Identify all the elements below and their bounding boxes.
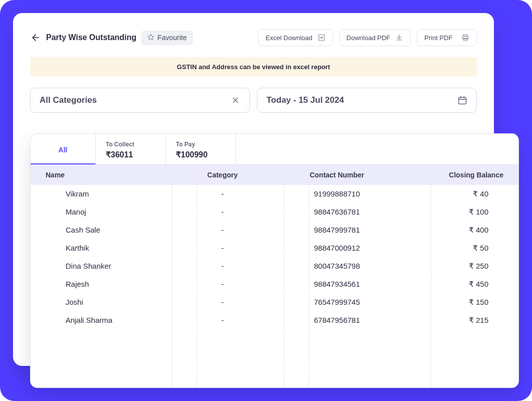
- notice-bar: GSTIN and Address can be viewed in excel…: [30, 57, 477, 77]
- table-row[interactable]: Manoj-98847636781₹ 100: [31, 203, 518, 221]
- cell-contact: 98847999781: [275, 226, 399, 235]
- cell-name: Vikram: [46, 189, 170, 198]
- table-row[interactable]: Joshi-76547999745₹ 150: [31, 293, 518, 311]
- cell-category: -: [170, 208, 275, 217]
- date-filter-value: Today - 15 Jul 2024: [267, 95, 344, 105]
- favourite-label: Favourite: [157, 34, 186, 42]
- cell-name: Joshi: [46, 298, 170, 307]
- tab-all-label: All: [59, 146, 68, 154]
- cell-balance: ₹ 150: [399, 298, 503, 307]
- cell-contact: 91999888710: [275, 189, 399, 198]
- print-pdf-label: Print PDF: [424, 34, 452, 42]
- cell-balance: ₹ 450: [399, 280, 503, 289]
- table-header: Name Category Contact Number Closing Bal…: [31, 165, 518, 185]
- tab-to-pay-label: To Pay: [176, 141, 225, 148]
- cell-category: -: [170, 262, 275, 271]
- download-pdf-label: Download PDF: [347, 34, 390, 42]
- favourite-button[interactable]: Favourite: [141, 31, 192, 45]
- col-contact: Contact Number: [275, 171, 399, 179]
- cell-category: -: [170, 298, 275, 307]
- col-balance: Closing Balance: [399, 171, 503, 179]
- cell-category: -: [170, 226, 275, 235]
- cell-category: -: [170, 280, 275, 289]
- tab-to-collect-label: To Collect: [106, 141, 155, 148]
- cell-contact: 67847956781: [275, 316, 399, 325]
- table-row[interactable]: Dina Shanker-80047345798₹ 250: [31, 257, 518, 275]
- tab-to-collect-value: ₹36011: [106, 150, 155, 159]
- table-row[interactable]: Cash Sale-98847999781₹ 400: [31, 221, 518, 239]
- svg-rect-5: [464, 38, 467, 41]
- col-name: Name: [46, 171, 170, 179]
- print-pdf-button[interactable]: Print PDF: [417, 29, 477, 46]
- cell-contact: 98847934561: [275, 280, 399, 289]
- cell-name: Dina Shanker: [46, 262, 170, 271]
- cell-name: Cash Sale: [46, 226, 170, 235]
- page-title: Party Wise Outstanding: [46, 33, 136, 42]
- cell-balance: ₹ 100: [399, 208, 503, 217]
- table-row[interactable]: Vikram-91999888710₹ 40: [31, 185, 518, 203]
- cell-balance: ₹ 250: [399, 262, 503, 271]
- excel-download-button[interactable]: Excel Download: [258, 29, 333, 46]
- cell-name: Manoj: [46, 208, 170, 217]
- header: Party Wise Outstanding Favourite Excel D…: [30, 29, 477, 46]
- cell-name: Rajesh: [46, 280, 170, 289]
- cell-category: -: [170, 316, 275, 325]
- table-row[interactable]: Anjali Sharma-67847956781₹ 215: [31, 311, 518, 329]
- cell-name: Anjali Sharma: [46, 316, 170, 325]
- filter-row: All Categories Today - 15 Jul 2024: [30, 88, 477, 113]
- back-arrow-icon[interactable]: [30, 32, 41, 43]
- cell-contact: 80047345798: [275, 262, 399, 271]
- cell-contact: 98847000912: [275, 244, 399, 253]
- table-row[interactable]: Karthik-98847000912₹ 50: [31, 239, 518, 257]
- category-filter[interactable]: All Categories: [30, 88, 250, 113]
- svg-rect-8: [459, 97, 466, 104]
- col-category: Category: [170, 171, 275, 179]
- header-actions: Excel Download Download PDF Print PDF: [258, 29, 477, 46]
- calendar-icon: [457, 95, 467, 105]
- cell-balance: ₹ 50: [399, 244, 503, 253]
- tab-to-pay-value: ₹100990: [176, 150, 225, 159]
- cell-balance: ₹ 400: [399, 226, 503, 235]
- cell-balance: ₹ 215: [399, 316, 503, 325]
- cell-category: -: [170, 189, 275, 198]
- date-filter[interactable]: Today - 15 Jul 2024: [257, 88, 477, 113]
- tab-to-pay[interactable]: To Pay ₹100990: [166, 134, 236, 164]
- cell-category: -: [170, 244, 275, 253]
- table-card: All To Collect ₹36011 To Pay ₹100990 Nam…: [30, 133, 519, 388]
- table-body: Vikram-91999888710₹ 40Manoj-98847636781₹…: [31, 185, 518, 329]
- category-filter-value: All Categories: [40, 95, 97, 105]
- printer-icon: [461, 34, 469, 42]
- tabs-row: All To Collect ₹36011 To Pay ₹100990: [31, 134, 518, 165]
- tab-to-collect[interactable]: To Collect ₹36011: [96, 134, 166, 164]
- cell-contact: 98847636781: [275, 208, 399, 217]
- close-icon[interactable]: [230, 95, 240, 105]
- cell-contact: 76547999745: [275, 298, 399, 307]
- download-icon: [395, 34, 403, 42]
- cell-name: Karthik: [46, 244, 170, 253]
- table-row[interactable]: Rajesh-98847934561₹ 450: [31, 275, 518, 293]
- svg-marker-1: [148, 34, 154, 40]
- excel-download-label: Excel Download: [265, 34, 312, 42]
- tab-all[interactable]: All: [31, 134, 96, 164]
- download-pdf-button[interactable]: Download PDF: [339, 29, 411, 46]
- excel-icon: [318, 34, 326, 42]
- star-icon: [147, 34, 154, 42]
- cell-balance: ₹ 40: [399, 189, 503, 198]
